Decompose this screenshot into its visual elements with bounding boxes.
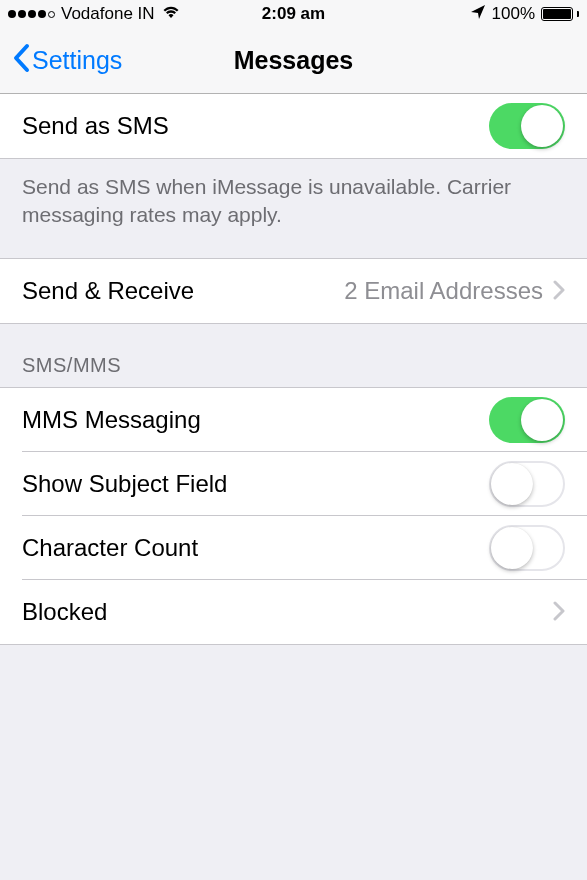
blocked-cell[interactable]: Blocked [0, 580, 587, 644]
settings-group: Send & Receive 2 Email Addresses [0, 258, 587, 324]
cell-label: Send & Receive [22, 277, 194, 305]
chevron-right-icon [553, 596, 565, 628]
battery-percentage: 100% [492, 4, 535, 24]
chevron-right-icon [553, 275, 565, 307]
cell-label: Show Subject Field [22, 470, 227, 498]
back-button[interactable]: Settings [12, 43, 122, 78]
chevron-left-icon [12, 43, 30, 78]
character-count-cell[interactable]: Character Count [0, 516, 587, 580]
location-icon [470, 4, 486, 25]
mms-messaging-cell[interactable]: MMS Messaging [0, 388, 587, 452]
status-bar: Vodafone IN 2:09 am 100% [0, 0, 587, 28]
send-as-sms-toggle[interactable] [489, 103, 565, 149]
settings-group: MMS Messaging Show Subject Field Charact… [0, 387, 587, 645]
cell-label: Character Count [22, 534, 198, 562]
cell-detail: 2 Email Addresses [344, 277, 543, 305]
navigation-bar: Settings Messages [0, 28, 587, 94]
carrier-label: Vodafone IN [61, 4, 155, 24]
send-as-sms-footer: Send as SMS when iMessage is unavailable… [0, 159, 587, 258]
mms-messaging-toggle[interactable] [489, 397, 565, 443]
section-header: SMS/MMS [0, 324, 587, 387]
show-subject-toggle[interactable] [489, 461, 565, 507]
settings-group: Send as SMS [0, 94, 587, 159]
cell-label: Blocked [22, 598, 107, 626]
cell-label: Send as SMS [22, 112, 169, 140]
show-subject-cell[interactable]: Show Subject Field [0, 452, 587, 516]
cell-label: MMS Messaging [22, 406, 201, 434]
wifi-icon [161, 4, 181, 24]
back-label: Settings [32, 46, 122, 75]
send-receive-cell[interactable]: Send & Receive 2 Email Addresses [0, 259, 587, 323]
status-time: 2:09 am [262, 4, 325, 24]
battery-icon [541, 7, 579, 21]
page-title: Messages [234, 46, 354, 75]
character-count-toggle[interactable] [489, 525, 565, 571]
send-as-sms-cell[interactable]: Send as SMS [0, 94, 587, 158]
signal-strength-icon [8, 10, 55, 18]
